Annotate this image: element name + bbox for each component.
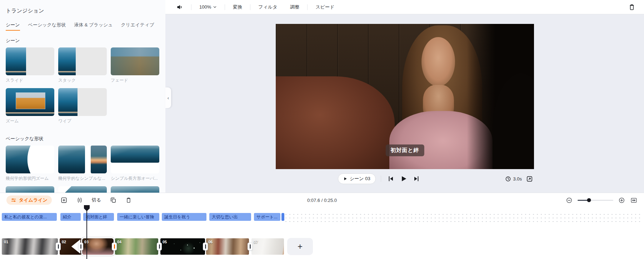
video-clip-thumbnail: [2, 238, 58, 255]
split-button[interactable]: [76, 197, 83, 204]
video-clip[interactable]: 04: [115, 238, 158, 255]
zoom-in-button[interactable]: [618, 197, 625, 204]
video-clip-number: 07: [254, 240, 258, 244]
delete-clip-button[interactable]: [628, 3, 635, 11]
transition-thumbnail[interactable]: [58, 47, 107, 75]
transition-marker[interactable]: [78, 243, 83, 250]
player-right-controls: 3.0s: [505, 174, 534, 183]
video-clip[interactable]: 07: [251, 238, 284, 255]
transition-item[interactable]: [111, 186, 159, 193]
video-clip[interactable]: 06: [206, 238, 249, 255]
plus-square-icon: [60, 197, 68, 204]
transition-item[interactable]: ワイプ: [58, 88, 107, 129]
transition-marker[interactable]: [203, 243, 208, 250]
fit-timeline-button[interactable]: [630, 197, 638, 204]
video-preview[interactable]: 初対面と絆: [276, 24, 534, 169]
tab-basic-shapes[interactable]: ベーシックな形状: [28, 22, 66, 31]
tab-creative[interactable]: クリエイティブ: [121, 22, 154, 31]
transition-thumbnail[interactable]: [6, 146, 54, 173]
transition-item[interactable]: ズーム: [6, 88, 54, 129]
transition-item[interactable]: スライド: [6, 47, 54, 88]
volume-button[interactable]: [176, 4, 183, 11]
timeline-view-label: タイムライン: [19, 197, 48, 203]
speed-button[interactable]: スピード: [315, 4, 334, 10]
text-clip[interactable]: 私と私の親友との楽...: [2, 213, 57, 221]
tab-liquid-brush[interactable]: 液体 & ブラッシュ: [74, 22, 113, 31]
transition-thumbnail[interactable]: [111, 186, 159, 193]
play-button[interactable]: [399, 174, 408, 183]
transition-thumbnail[interactable]: [58, 186, 107, 193]
transition-marker[interactable]: [56, 243, 61, 250]
text-clip[interactable]: 紹介: [60, 213, 81, 221]
timeline-zoom-slider[interactable]: [578, 200, 613, 201]
transition-thumbnail[interactable]: [6, 186, 54, 193]
trash-icon: [628, 3, 635, 11]
video-clip[interactable]: 05: [160, 238, 205, 255]
transition-item[interactable]: [58, 186, 107, 193]
preview-toolbar: 100% 変換 フィルタ 調整 スピード: [165, 0, 644, 14]
text-clip-end-handle[interactable]: [281, 213, 284, 221]
add-scene-button[interactable]: +: [287, 238, 313, 255]
transform-button[interactable]: 変換: [233, 4, 242, 10]
transition-marker-bar: [205, 244, 206, 249]
transition-label: 幾何学的なシンプルな...: [58, 176, 107, 182]
delete-button[interactable]: [125, 197, 132, 204]
toolbar-separator: [250, 4, 250, 10]
text-clip[interactable]: 誕生日を祝う: [162, 213, 206, 221]
video-editor-app: トランジション シーン ベーシックな形状 液体 & ブラッシュ クリエイティブ …: [0, 0, 644, 259]
transition-item[interactable]: 幾何学的形状円ズーム: [6, 146, 54, 186]
playhead-handle[interactable]: [84, 205, 90, 211]
filter-button[interactable]: フィルタ: [258, 4, 277, 10]
transition-item[interactable]: スタック: [58, 47, 107, 88]
tab-scene[interactable]: シーン: [6, 22, 20, 31]
transition-marker-bar: [58, 244, 59, 249]
transitions-grid: 幾何学的形状円ズーム幾何学的なシンプルな...シンプル長方形オーバ...: [6, 146, 165, 193]
controls-separator: [381, 176, 381, 182]
duplicate-button[interactable]: [110, 197, 117, 204]
previous-scene-button[interactable]: [386, 174, 395, 183]
text-clip[interactable]: 一緒に楽しい冒険: [117, 213, 159, 221]
transition-label: 幾何学的形状円ズーム: [6, 176, 54, 182]
speaker-icon: [176, 4, 183, 11]
transition-thumbnail[interactable]: [111, 146, 159, 173]
text-clip[interactable]: 大切な思い出: [209, 213, 251, 221]
transition-marker[interactable]: [248, 243, 253, 250]
toolbar-separator: [225, 4, 225, 10]
transition-marker[interactable]: [112, 243, 117, 250]
text-clip[interactable]: 初対面と絆: [83, 213, 114, 221]
transition-marker[interactable]: [157, 243, 162, 250]
transition-item[interactable]: フェード: [111, 47, 159, 88]
section-title: ベーシックな形状: [6, 136, 165, 142]
sliders-icon: [11, 197, 16, 203]
transitions-panel: トランジション シーン ベーシックな形状 液体 & ブラッシュ クリエイティブ …: [0, 0, 165, 193]
panel-tabs: シーン ベーシックな形状 液体 & ブラッシュ クリエイティブ: [6, 22, 165, 31]
text-clip[interactable]: サポート...: [254, 213, 280, 221]
clip-duration-button[interactable]: 3.0s: [505, 176, 522, 182]
transition-marker-bar: [80, 244, 81, 249]
scene-play-button[interactable]: シーン 03: [338, 173, 376, 184]
transition-thumbnail[interactable]: [58, 88, 107, 116]
transition-item[interactable]: [6, 186, 54, 193]
zoom-level-dropdown[interactable]: 100%: [199, 4, 217, 10]
next-scene-button[interactable]: [412, 174, 421, 183]
thumbnail-overlay: [58, 146, 85, 173]
transition-thumbnail[interactable]: [6, 47, 54, 75]
transition-label: スライド: [6, 77, 54, 83]
fullscreen-button[interactable]: [525, 174, 534, 183]
subtitle-overlay[interactable]: 初対面と絆: [385, 144, 424, 156]
panel-collapse-button[interactable]: ‹: [165, 87, 171, 108]
zoom-slider-knob[interactable]: [587, 198, 591, 202]
skip-next-icon: [413, 176, 420, 182]
timeline-view-button[interactable]: タイムライン: [6, 195, 52, 205]
transition-thumbnail[interactable]: [111, 47, 159, 75]
transition-thumbnail[interactable]: [58, 146, 107, 173]
zoom-out-button[interactable]: [566, 197, 573, 204]
video-clip[interactable]: 01: [2, 238, 58, 255]
transition-thumbnail[interactable]: [6, 88, 54, 116]
adjust-button[interactable]: 調整: [290, 4, 299, 10]
transition-item[interactable]: シンプル長方形オーバ...: [111, 146, 159, 186]
transition-item[interactable]: 幾何学的なシンプルな...: [58, 146, 107, 186]
add-button[interactable]: [60, 197, 68, 204]
plus-circle-icon: [618, 197, 625, 204]
cut-button[interactable]: 切る: [92, 197, 101, 203]
